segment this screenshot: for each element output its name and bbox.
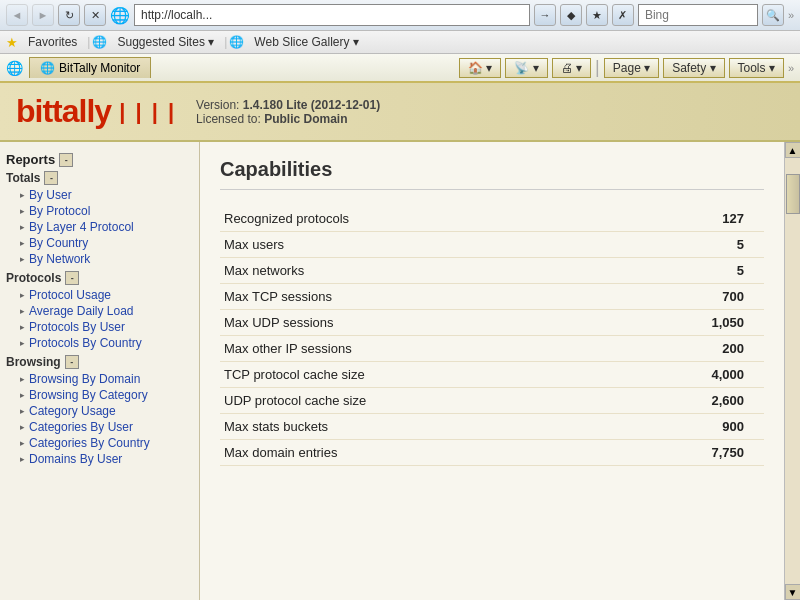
- sidebar-item-avg-daily-load[interactable]: Average Daily Load: [6, 303, 193, 319]
- capability-label: Max stats buckets: [220, 414, 684, 440]
- sidebar-item-protocol-usage[interactable]: Protocol Usage: [6, 287, 193, 303]
- web-slice-btn[interactable]: Web Slice Gallery ▾: [246, 33, 366, 51]
- table-row: Max users5: [220, 232, 764, 258]
- license-line: Licensed to: Public Domain: [196, 112, 380, 126]
- sidebar-item-categories-by-user-label: Categories By User: [29, 420, 133, 434]
- totals-collapse-btn[interactable]: -: [44, 171, 58, 185]
- sidebar: Reports - Totals - By User By Protocol B…: [0, 142, 200, 600]
- nav-forward-btn[interactable]: ►: [32, 4, 54, 26]
- capability-label: Max TCP sessions: [220, 284, 684, 310]
- protocols-label: Protocols: [6, 271, 61, 285]
- content-panel: Capabilities Recognized protocols127Max …: [200, 142, 784, 600]
- ie-icon3: 🌐: [229, 35, 244, 49]
- sidebar-item-by-country[interactable]: By Country: [6, 235, 193, 251]
- sidebar-item-by-user-label: By User: [29, 188, 72, 202]
- capability-label: Max UDP sessions: [220, 310, 684, 336]
- sidebar-item-by-protocol-label: By Protocol: [29, 204, 90, 218]
- address-bar[interactable]: [134, 4, 530, 26]
- browsing-collapse-btn[interactable]: -: [65, 355, 79, 369]
- capability-label: Max other IP sessions: [220, 336, 684, 362]
- nav-refresh-btn[interactable]: ↻: [58, 4, 80, 26]
- home-btn[interactable]: 🏠 ▾: [459, 58, 501, 78]
- browser-title-bar: ◄ ► ↻ ✕ 🌐 → ◆ ★ ✗ 🔍 »: [0, 0, 800, 31]
- feeds-btn[interactable]: 📡 ▾: [505, 58, 547, 78]
- sidebar-item-categories-by-user[interactable]: Categories By User: [6, 419, 193, 435]
- capability-label: TCP protocol cache size: [220, 362, 684, 388]
- capability-value: 200: [684, 336, 764, 362]
- suggested-sites-btn[interactable]: Suggested Sites ▾: [109, 33, 222, 51]
- divider1: |: [87, 35, 90, 49]
- capability-value: 2,600: [684, 388, 764, 414]
- tools-btn[interactable]: Tools ▾: [729, 58, 784, 78]
- table-row: TCP protocol cache size4,000: [220, 362, 764, 388]
- sidebar-item-category-usage[interactable]: Category Usage: [6, 403, 193, 419]
- browsing-label: Browsing: [6, 355, 61, 369]
- reports-label: Reports: [6, 152, 55, 167]
- table-row: UDP protocol cache size2,600: [220, 388, 764, 414]
- sidebar-item-browsing-by-domain[interactable]: Browsing By Domain: [6, 371, 193, 387]
- browser-toolbar: 🌐 🌐 BitTally Monitor 🏠 ▾ 📡 ▾ 🖨 ▾ | Page …: [0, 54, 800, 83]
- capability-value: 900: [684, 414, 764, 440]
- sidebar-item-by-protocol[interactable]: By Protocol: [6, 203, 193, 219]
- sidebar-item-categories-by-country[interactable]: Categories By Country: [6, 435, 193, 451]
- table-row: Recognized protocols127: [220, 206, 764, 232]
- reports-collapse-btn[interactable]: -: [59, 153, 73, 167]
- sidebar-item-avg-daily-load-label: Average Daily Load: [29, 304, 134, 318]
- capability-label: Max domain entries: [220, 440, 684, 466]
- page-btn[interactable]: Page ▾: [604, 58, 659, 78]
- license-val: Public Domain: [264, 112, 347, 126]
- scroll-down-btn[interactable]: ▼: [785, 584, 801, 600]
- ie-icon4: 🌐: [6, 60, 23, 76]
- search-input[interactable]: [638, 4, 758, 26]
- scroll-up-btn[interactable]: ▲: [785, 142, 801, 158]
- version-num: 1.4.180 Lite (2012-12-01): [243, 98, 380, 112]
- safety-btn[interactable]: Safety ▾: [663, 58, 724, 78]
- tally-marks: | | | |: [119, 99, 176, 125]
- sidebar-item-protocols-by-user[interactable]: Protocols By User: [6, 319, 193, 335]
- sidebar-item-by-layer4[interactable]: By Layer 4 Protocol: [6, 219, 193, 235]
- nav-back-btn[interactable]: ◄: [6, 4, 28, 26]
- main-content: Reports - Totals - By User By Protocol B…: [0, 142, 800, 600]
- more-tools: »: [788, 9, 794, 21]
- sidebar-item-by-network[interactable]: By Network: [6, 251, 193, 267]
- ie-icon: 🌐: [110, 6, 130, 25]
- nav-btn-extra3[interactable]: ✗: [612, 4, 634, 26]
- sidebar-item-protocols-by-country-label: Protocols By Country: [29, 336, 142, 350]
- version-line: Version: 1.4.180 Lite (2012-12-01): [196, 98, 380, 112]
- table-row: Max networks5: [220, 258, 764, 284]
- browser-tab[interactable]: 🌐 BitTally Monitor: [29, 57, 151, 78]
- protocols-collapse-btn[interactable]: -: [65, 271, 79, 285]
- browsing-subsection: Browsing -: [6, 355, 193, 369]
- table-row: Max domain entries7,750: [220, 440, 764, 466]
- version-info: Version: 1.4.180 Lite (2012-12-01) Licen…: [196, 98, 380, 126]
- nav-stop-btn[interactable]: ✕: [84, 4, 106, 26]
- capabilities-title: Capabilities: [220, 158, 764, 190]
- print-btn[interactable]: 🖨 ▾: [552, 58, 591, 78]
- table-row: Max other IP sessions200: [220, 336, 764, 362]
- sidebar-item-browsing-by-category-label: Browsing By Category: [29, 388, 148, 402]
- scroll-thumb[interactable]: [786, 174, 800, 214]
- capability-value: 1,050: [684, 310, 764, 336]
- search-btn[interactable]: 🔍: [762, 4, 784, 26]
- totals-subsection: Totals -: [6, 171, 193, 185]
- sidebar-item-by-user[interactable]: By User: [6, 187, 193, 203]
- capabilities-table: Recognized protocols127Max users5Max net…: [220, 206, 764, 466]
- sidebar-item-browsing-by-category[interactable]: Browsing By Category: [6, 387, 193, 403]
- favorites-btn[interactable]: Favorites: [20, 33, 85, 51]
- nav-btn-extra1[interactable]: ◆: [560, 4, 582, 26]
- sidebar-item-categories-by-country-label: Categories By Country: [29, 436, 150, 450]
- sidebar-item-domains-by-user[interactable]: Domains By User: [6, 451, 193, 467]
- sidebar-item-by-layer4-label: By Layer 4 Protocol: [29, 220, 134, 234]
- logo-area: bittally | | | |: [16, 93, 176, 130]
- more-tools2: »: [788, 62, 794, 74]
- nav-btn-extra2[interactable]: ★: [586, 4, 608, 26]
- go-btn[interactable]: →: [534, 4, 556, 26]
- toolbar-buttons: 🏠 ▾ 📡 ▾ 🖨 ▾ | Page ▾ Safety ▾ Tools ▾ »: [459, 57, 794, 78]
- sidebar-item-by-country-label: By Country: [29, 236, 88, 250]
- table-row: Max UDP sessions1,050: [220, 310, 764, 336]
- sidebar-item-protocols-by-country[interactable]: Protocols By Country: [6, 335, 193, 351]
- scrollbar[interactable]: ▲ ▼: [784, 142, 800, 600]
- sidebar-item-browsing-by-domain-label: Browsing By Domain: [29, 372, 140, 386]
- protocols-subsection: Protocols -: [6, 271, 193, 285]
- sidebar-item-by-network-label: By Network: [29, 252, 90, 266]
